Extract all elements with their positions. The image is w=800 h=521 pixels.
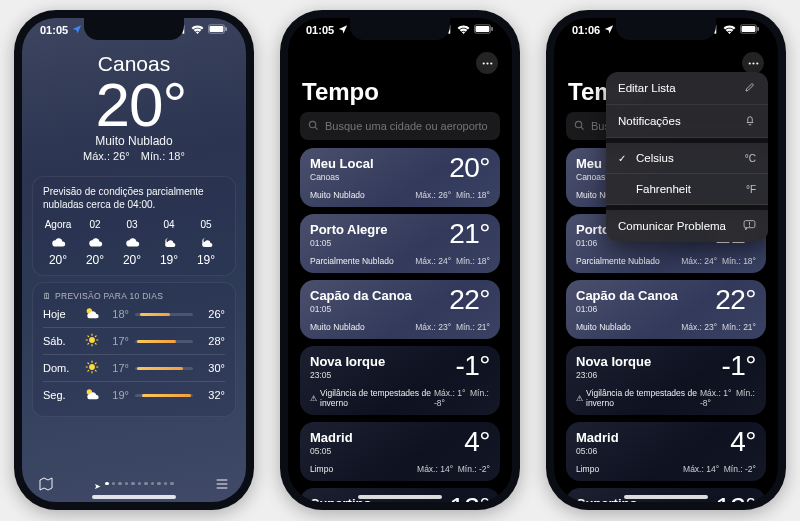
- day-low: 17°: [107, 362, 129, 374]
- ten-day-card[interactable]: 🗓 PREVISÃO PARA 10 DIAS Hoje 18° 26°Sáb.…: [32, 282, 236, 417]
- notch: [350, 18, 450, 40]
- notch: [616, 18, 716, 40]
- location-arrow-icon: ➤: [94, 482, 101, 491]
- more-button[interactable]: [742, 52, 764, 74]
- day-row[interactable]: Seg. 19° 32°: [43, 381, 225, 408]
- location-temp: 22°: [449, 288, 490, 312]
- menu-edit-list[interactable]: Editar Lista: [606, 72, 768, 105]
- location-card[interactable]: Meu Local Canoas 20° Muito NubladoMáx.: …: [300, 148, 500, 207]
- ellipsis-icon: [481, 57, 494, 70]
- lo-label: Mín.: 18°: [141, 150, 185, 162]
- location-condition: Limpo: [576, 464, 599, 474]
- page-title: Tempo: [300, 78, 500, 112]
- location-temp: 20°: [449, 156, 490, 180]
- location-card[interactable]: Nova Iorque 23:06 -1° ⚠︎Vigilância de te…: [566, 346, 766, 415]
- day-high: 30°: [199, 362, 225, 374]
- more-button[interactable]: [476, 52, 498, 74]
- location-hilo: Máx.: 24° Mín.: 18°: [415, 256, 490, 266]
- menu-report-problem[interactable]: Comunicar Problema: [606, 210, 768, 242]
- weather-alert: ⚠︎Vigilância de tempestades de inverno: [310, 388, 434, 408]
- day-row[interactable]: Hoje 18° 26°: [43, 301, 225, 327]
- home-indicator[interactable]: [358, 495, 442, 499]
- location-name: Nova Iorque: [310, 354, 385, 369]
- location-card[interactable]: Porto Alegre 01:05 21° Parcialmente Nubl…: [300, 214, 500, 273]
- wifi-icon: [723, 24, 736, 36]
- page-dots[interactable]: ➤: [94, 482, 174, 491]
- hour-temp: 20°: [49, 253, 67, 267]
- location-subtitle: 01:06: [576, 304, 678, 314]
- location-subtitle: 05:06: [576, 446, 619, 456]
- svg-rect-27: [742, 26, 756, 32]
- location-card[interactable]: Capão da Canoa 01:06 22° Muito NubladoMá…: [566, 280, 766, 339]
- hour-column: 04 19°: [154, 219, 184, 267]
- search-icon: [308, 117, 319, 135]
- list-button[interactable]: [214, 476, 230, 496]
- svg-point-30: [752, 62, 754, 64]
- weather-icon: [125, 234, 140, 249]
- hour-label: 03: [126, 219, 137, 230]
- day-name: Seg.: [43, 389, 77, 401]
- menu-fahrenheit[interactable]: Fahrenheit °F: [606, 174, 768, 205]
- hour-temp: 19°: [197, 253, 215, 267]
- location-hilo: Máx.: 1° Mín.: -8°: [434, 388, 490, 408]
- hour-label: 04: [163, 219, 174, 230]
- location-name: Madrid: [310, 430, 353, 445]
- svg-point-29: [748, 62, 750, 64]
- status-time: 01:06: [572, 24, 600, 36]
- location-subtitle: Canoas: [310, 172, 374, 182]
- search-field[interactable]: [300, 112, 500, 140]
- options-menu: Editar Lista Notificações ✓Celsius °C Fa…: [606, 72, 768, 242]
- warning-icon: ⚠︎: [310, 394, 317, 403]
- wifi-icon: [191, 24, 204, 36]
- svg-point-32: [575, 121, 581, 127]
- location-name: Nova Iorque: [576, 354, 651, 369]
- day-name: Sáb.: [43, 335, 77, 347]
- menu-notifications[interactable]: Notificações: [606, 105, 768, 138]
- temp-range-bar: [135, 340, 193, 343]
- location-name: Porto Alegre: [310, 222, 388, 237]
- location-subtitle: 05:05: [310, 446, 353, 456]
- notch: [84, 18, 184, 40]
- day-row[interactable]: Sáb. 17° 28°: [43, 327, 225, 354]
- location-card[interactable]: Madrid 05:06 4° LimpoMáx.: 14° Mín.: -2°: [566, 422, 766, 481]
- location-condition: Muito Nublado: [310, 190, 365, 200]
- location-condition: Muito Nublado: [310, 322, 365, 332]
- location-temp: 4°: [464, 430, 490, 454]
- weather-icon: [199, 234, 214, 249]
- battery-icon: [208, 24, 228, 36]
- bell-icon: [744, 114, 756, 128]
- weather-alert: ⚠︎Vigilância de tempestades de inverno: [576, 388, 700, 408]
- location-name: Capão da Canoa: [576, 288, 678, 303]
- location-card[interactable]: Nova Iorque 23:05 -1° ⚠︎Vigilância de te…: [300, 346, 500, 415]
- weather-icon: [51, 234, 66, 249]
- day-high: 26°: [199, 308, 225, 320]
- location-card[interactable]: Madrid 05:05 4° LimpoMáx.: 14° Mín.: -2°: [300, 422, 500, 481]
- svg-rect-6: [225, 27, 227, 31]
- svg-rect-17: [491, 27, 493, 31]
- weather-icon: [83, 333, 101, 349]
- weather-icon: [83, 306, 101, 322]
- location-arrow-icon: [338, 24, 348, 36]
- map-button[interactable]: [38, 476, 54, 496]
- temp-range-bar: [135, 394, 193, 397]
- home-indicator[interactable]: [92, 495, 176, 499]
- forecast-summary: Previsão de condições parcialmente nubla…: [43, 185, 225, 211]
- day-low: 17°: [107, 335, 129, 347]
- ellipsis-icon: [747, 57, 760, 70]
- svg-rect-16: [476, 26, 490, 32]
- location-card[interactable]: Capão da Canoa 01:05 22° Muito NubladoMá…: [300, 280, 500, 339]
- hi-label: Máx.: 26°: [83, 150, 130, 162]
- day-high: 28°: [199, 335, 225, 347]
- location-condition: Parcialmente Nublado: [310, 256, 394, 266]
- home-indicator[interactable]: [624, 495, 708, 499]
- hourly-forecast-card[interactable]: Previsão de condições parcialmente nubla…: [32, 176, 236, 276]
- search-input[interactable]: [325, 120, 492, 132]
- menu-celsius[interactable]: ✓Celsius °C: [606, 143, 768, 174]
- location-condition: Muito Nublado: [576, 322, 631, 332]
- day-row[interactable]: Dom. 17° 30°: [43, 354, 225, 381]
- unit-label: °C: [745, 153, 756, 164]
- hour-column: 02 20°: [80, 219, 110, 267]
- condition-label: Muito Nublado: [30, 134, 238, 148]
- status-time: 01:05: [306, 24, 334, 36]
- location-hilo: Máx.: 23° Mín.: 21°: [681, 322, 756, 332]
